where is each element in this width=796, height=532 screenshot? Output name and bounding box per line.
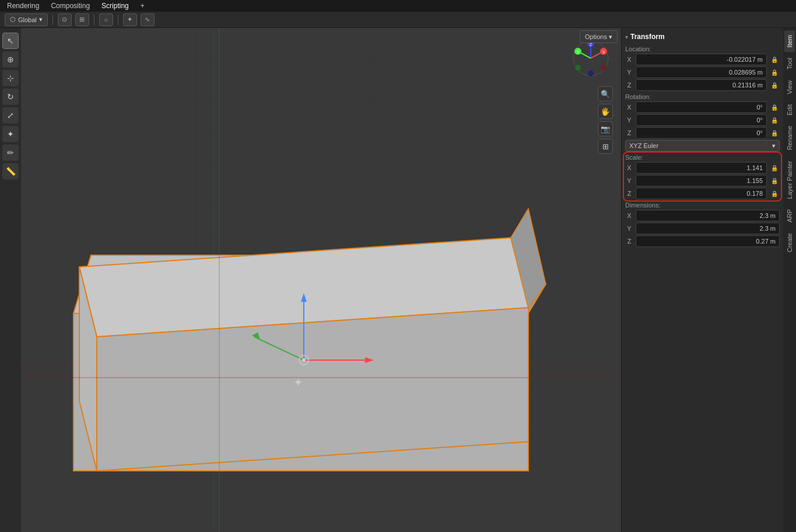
- rotation-x-axis: X: [625, 104, 633, 111]
- scale-x-axis: X: [625, 164, 633, 171]
- dimensions-z-row: Z 0.27 m: [625, 235, 780, 247]
- rotation-z-axis: Z: [625, 129, 633, 136]
- panel-content: ▾ Transform Location: X -0.022017 m 🔒 Y …: [622, 28, 783, 532]
- menu-add[interactable]: +: [138, 2, 147, 10]
- rotation-z-field[interactable]: 0°: [636, 127, 767, 139]
- rotation-y-field[interactable]: 0°: [636, 114, 767, 126]
- dimensions-y-row: Y 2.3 m: [625, 223, 780, 234]
- dimensions-group: Dimensions: X 2.3 m Y 2.3 m Z 0.27 m: [625, 202, 780, 247]
- rotation-x-row: X 0° 🔒: [625, 101, 780, 113]
- tool-rotate[interactable]: ↻: [2, 89, 19, 105]
- top-menu-bar: Rendering Compositing Scripting +: [0, 0, 796, 12]
- svg-point-70: [588, 71, 594, 76]
- svg-point-56: [302, 358, 306, 362]
- snap-settings-btn[interactable]: ⊞: [75, 13, 89, 26]
- rotation-mode-label: XYZ Euler: [629, 142, 658, 149]
- transform-title: Transform: [630, 33, 665, 41]
- grid-btn[interactable]: ⊞: [598, 139, 613, 154]
- scale-z-field[interactable]: 0.178: [636, 188, 767, 199]
- vtab-tool[interactable]: Tool: [784, 53, 795, 74]
- svg-marker-47: [97, 308, 528, 471]
- scale-z-row: Z 0.178 🔒: [625, 188, 780, 199]
- scale-x-row: X 1.141 🔒: [625, 162, 780, 174]
- tool-move[interactable]: ⊹: [2, 70, 19, 86]
- viewport-options-btn[interactable]: Options ▾: [580, 30, 618, 43]
- tool-measure[interactable]: 📏: [2, 163, 19, 179]
- chevron-down-icon: ▾: [772, 142, 776, 150]
- dimensions-y-field[interactable]: 2.3 m: [636, 223, 780, 234]
- dimensions-z-field[interactable]: 0.27 m: [636, 235, 780, 247]
- svg-text:X: X: [602, 50, 605, 54]
- rotation-group: Rotation: X 0° 🔒 Y 0° 🔒 Z 0° 🔒 XYZ Euler…: [625, 93, 780, 152]
- left-toolbar: ↖ ⊕ ⊹ ↻ ⤢ ✦ ✏ 📏: [0, 28, 21, 532]
- scale-z-lock[interactable]: 🔒: [769, 188, 780, 199]
- global-transform-btn[interactable]: ⬡ Global ▾: [5, 13, 48, 26]
- rotation-x-field[interactable]: 0°: [636, 101, 767, 113]
- rotation-z-lock[interactable]: 🔒: [769, 128, 780, 138]
- svg-text:Y: Y: [577, 50, 580, 54]
- snap-btn[interactable]: ⊙: [58, 13, 72, 26]
- transform-pivot-btn[interactable]: ✦: [123, 13, 137, 26]
- location-y-lock[interactable]: 🔒: [769, 67, 780, 77]
- main-toolbar: ⬡ Global ▾ ⊙ ⊞ ○ ✦ ∿: [0, 12, 796, 28]
- nav-overlay: 🔍 🖐 📷 ⊞: [598, 86, 613, 154]
- scale-y-axis: Y: [625, 177, 633, 184]
- menu-rendering[interactable]: Rendering: [5, 2, 41, 10]
- svg-point-71: [601, 65, 606, 71]
- dimensions-z-axis: Z: [625, 238, 633, 245]
- vtab-arp[interactable]: ARP: [784, 205, 795, 227]
- rotation-mode-dropdown[interactable]: XYZ Euler ▾: [625, 140, 780, 152]
- tool-scale[interactable]: ⤢: [2, 107, 19, 124]
- location-z-axis: Z: [625, 82, 633, 89]
- vtab-create[interactable]: Create: [784, 228, 795, 257]
- location-z-field[interactable]: 0.21316 m: [636, 79, 767, 91]
- tool-cursor[interactable]: ⊕: [2, 51, 19, 68]
- scale-z-axis: Z: [625, 190, 633, 197]
- location-y-field[interactable]: 0.028695 m: [636, 66, 767, 78]
- viewport-grid: ✦: [21, 28, 621, 532]
- global-label: Global: [18, 16, 37, 23]
- rotation-x-lock[interactable]: 🔒: [769, 102, 780, 112]
- rotation-mode-row: XYZ Euler ▾: [625, 140, 780, 152]
- global-icon: ⬡: [10, 16, 16, 23]
- location-x-axis: X: [625, 56, 633, 63]
- scale-y-field[interactable]: 1.155: [636, 175, 767, 186]
- scale-group: Scale: X 1.141 🔒 Y 1.155 🔒 Z 0.178 🔒: [625, 154, 780, 199]
- camera-btn[interactable]: 📷: [598, 121, 613, 136]
- scale-y-lock[interactable]: 🔒: [769, 175, 780, 186]
- zoom-in-btn[interactable]: 🔍: [598, 86, 613, 101]
- vtab-rename[interactable]: Rename: [784, 121, 795, 155]
- proportional-btn[interactable]: ○: [99, 13, 113, 26]
- scale-x-field[interactable]: 1.141: [636, 162, 767, 174]
- rotation-y-lock[interactable]: 🔒: [769, 115, 780, 125]
- location-y-row: Y 0.028695 m 🔒: [625, 66, 780, 78]
- viewport-3d: Options ▾ ↖ ⊕ ⊹ ↻ ⤢ ✦ ✏ 📏: [0, 28, 621, 532]
- location-z-lock[interactable]: 🔒: [769, 80, 780, 90]
- vertical-tabs: Item Tool View Edit Rename Layer Painter…: [783, 28, 796, 532]
- tool-annotate[interactable]: ✏: [2, 145, 19, 161]
- toolbar-separator-2: [94, 15, 94, 25]
- zoom-out-btn[interactable]: 🖐: [598, 104, 613, 119]
- vtab-view[interactable]: View: [784, 76, 795, 99]
- location-x-lock[interactable]: 🔒: [769, 54, 780, 65]
- view-shading-btn[interactable]: ∿: [141, 13, 155, 26]
- location-x-field[interactable]: -0.022017 m: [636, 54, 767, 65]
- vtab-item[interactable]: Item: [784, 30, 795, 52]
- menu-compositing[interactable]: Compositing: [48, 2, 92, 10]
- menu-scripting[interactable]: Scripting: [99, 2, 131, 10]
- scale-x-lock[interactable]: 🔒: [769, 163, 780, 173]
- tool-select[interactable]: ↖: [2, 33, 19, 49]
- dimensions-x-field[interactable]: 2.3 m: [636, 210, 780, 221]
- rotation-label: Rotation:: [625, 93, 780, 100]
- chevron-down-icon: ▾: [39, 16, 43, 23]
- vtab-edit[interactable]: Edit: [784, 100, 795, 120]
- dimensions-x-axis: X: [625, 212, 633, 219]
- vtab-layer-painter[interactable]: Layer Painter: [784, 156, 795, 203]
- scale-y-row: Y 1.155 🔒: [625, 175, 780, 186]
- scale-label: Scale:: [625, 154, 780, 161]
- viewport-canvas[interactable]: ✦ Z X Y: [21, 28, 621, 532]
- location-z-row: Z 0.21316 m 🔒: [625, 79, 780, 91]
- tool-transform[interactable]: ✦: [2, 126, 19, 142]
- section-collapse-icon[interactable]: ▾: [625, 34, 628, 40]
- svg-point-72: [575, 65, 581, 71]
